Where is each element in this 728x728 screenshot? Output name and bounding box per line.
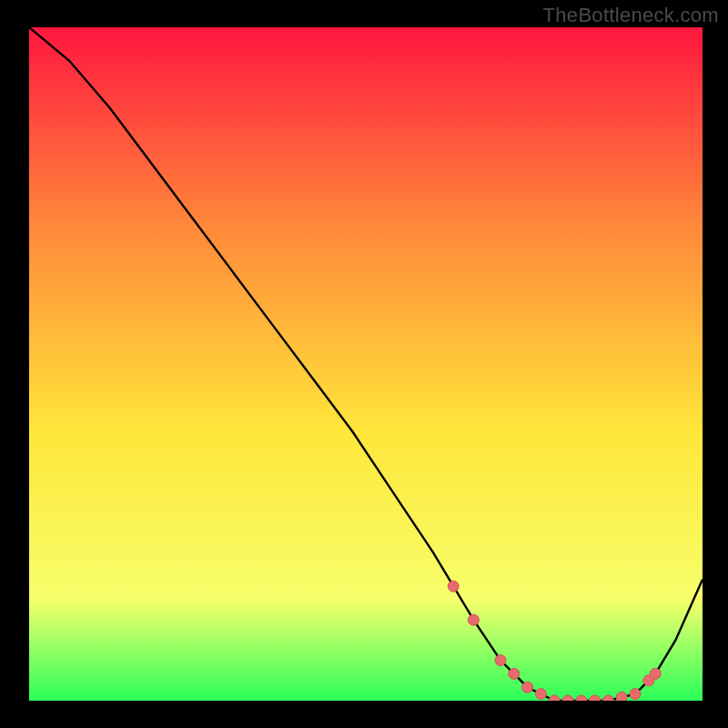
marker-point bbox=[616, 692, 627, 701]
watermark-text: TheBottleneck.com bbox=[543, 4, 719, 27]
marker-point bbox=[630, 689, 641, 700]
marker-point bbox=[448, 581, 459, 592]
marker-point bbox=[495, 655, 506, 666]
marker-point bbox=[522, 682, 533, 693]
chart-frame: TheBottleneck.com bbox=[0, 0, 728, 728]
chart-svg bbox=[29, 27, 703, 701]
gradient-background bbox=[29, 27, 703, 701]
chart-plot-area bbox=[29, 27, 703, 701]
marker-point bbox=[535, 689, 546, 700]
marker-point bbox=[509, 668, 520, 679]
marker-point bbox=[650, 668, 661, 679]
marker-point bbox=[468, 614, 479, 625]
